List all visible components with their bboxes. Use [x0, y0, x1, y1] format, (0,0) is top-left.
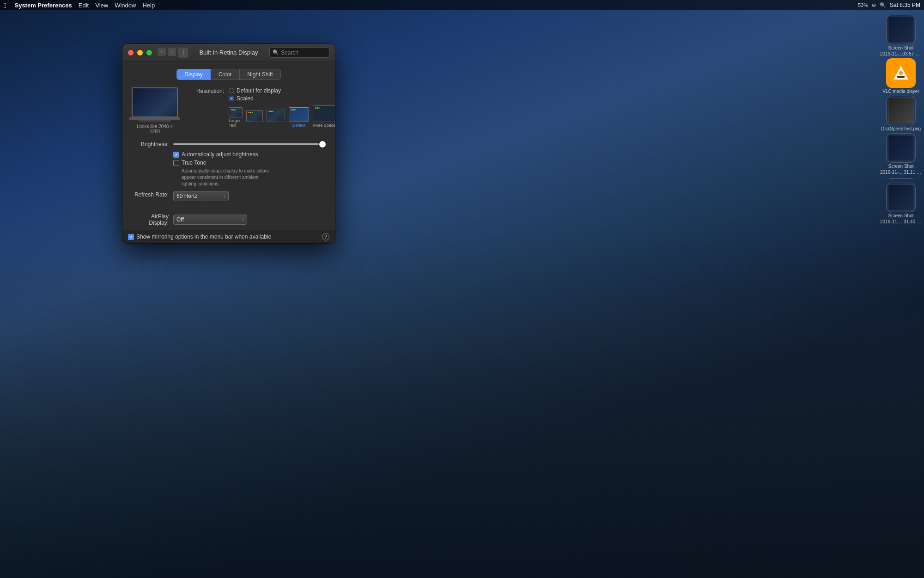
dock-item-screenshot1[interactable]: Screen Shot 2019-11-...03.57 PM	[880, 15, 922, 56]
grid-button[interactable]: ⁝	[178, 48, 188, 58]
menubar-app-name[interactable]: System Preferences	[14, 2, 72, 9]
menubar-wifi-icon: ⊛	[872, 2, 876, 8]
dock-label-disk: DiskSpeedTest.png	[881, 126, 921, 131]
brightness-thumb[interactable]	[319, 141, 326, 148]
resolution-row: Resolution: Default for display Scaled	[187, 87, 335, 128]
res-thumb-label-2	[254, 123, 255, 128]
refresh-rate-select[interactable]: 60 Hertz ↕	[173, 191, 229, 201]
res-thumb-more[interactable]: More Space	[313, 105, 335, 128]
back-button[interactable]: ‹	[158, 48, 166, 56]
brightness-fill	[173, 143, 318, 145]
menubar:  System Preferences Edit View Window He…	[0, 0, 924, 10]
screenshot1-preview	[888, 17, 914, 43]
radio-scaled-label: Scaled	[237, 95, 254, 102]
laptop-screen	[132, 87, 178, 117]
dock-item-screenshot3[interactable]: Screen Shot 2019-11-....31.40 PM	[880, 183, 922, 224]
dock-item-vlc[interactable]: VLC media player	[880, 58, 922, 94]
res-thumb-img-2	[246, 110, 263, 122]
close-button[interactable]	[128, 50, 134, 55]
tab-color[interactable]: Color	[211, 69, 240, 80]
resolution-section: Resolution: Default for display Scaled	[187, 87, 335, 132]
radio-default-input[interactable]	[229, 88, 234, 93]
dock-label-screenshot1: Screen Shot	[888, 45, 913, 50]
menubar-right: 53% ⊛ 🔍 Sat 8:35 PM	[858, 2, 920, 8]
apple-menu-icon[interactable]: 	[4, 1, 6, 9]
brightness-row: Brightness:	[132, 141, 326, 148]
res-thumb-2[interactable]	[246, 110, 263, 128]
resolution-label: Resolution:	[187, 87, 229, 94]
res-thumb-larger[interactable]: Larger Text	[229, 107, 243, 128]
menubar-battery: 53%	[858, 2, 868, 8]
menubar-search-icon[interactable]: 🔍	[880, 2, 886, 8]
airplay-select[interactable]: Off ↕	[173, 215, 247, 225]
brightness-slider[interactable]	[173, 141, 326, 148]
res-thumb-default[interactable]: Default	[289, 107, 309, 128]
dock-sublabel-screenshot2: 2019-11-....31.11 PM	[880, 170, 922, 175]
res-thumb-label-3	[275, 123, 277, 128]
window-controls	[128, 50, 152, 55]
search-placeholder: Search	[281, 49, 298, 56]
res-thumb-img-more	[313, 105, 335, 122]
dock-label-screenshot2: Screen Shot	[888, 164, 913, 169]
menubar-window[interactable]: Window	[115, 2, 136, 9]
dock-icon-screenshot1	[886, 15, 916, 44]
select-arrow-icon: ↕	[223, 194, 225, 199]
screenshot2-preview	[888, 135, 914, 161]
radio-scaled-input[interactable]	[229, 96, 234, 101]
resolution-options: Default for display Scaled	[229, 87, 335, 128]
brightness-label: Brightness:	[132, 141, 173, 148]
mirroring-label: Show mirroring options in the menu bar w…	[136, 234, 271, 240]
res-thumb-img-3	[267, 109, 285, 122]
menubar-edit[interactable]: Edit	[79, 2, 89, 9]
dock-divider	[889, 178, 912, 179]
window-content: Display Color Night Shift Looks like 204…	[122, 61, 335, 243]
display-tabs: Display Color Night Shift	[132, 69, 326, 80]
display-size-label: Looks like 2048 × 1280	[132, 124, 178, 134]
auto-brightness-label: Automatically adjust brightness	[182, 151, 258, 158]
dock-item-disk[interactable]: DiskSpeedTest.png	[880, 96, 922, 131]
dock-sublabel-screenshot3: 2019-11-....31.40 PM	[880, 219, 922, 224]
forward-button[interactable]: ›	[168, 48, 176, 56]
mirroring-left: Show mirroring options in the menu bar w…	[128, 234, 271, 240]
dock-item-screenshot2[interactable]: Screen Shot 2019-11-....31.11 PM	[880, 133, 922, 175]
desktop-overlay	[0, 231, 924, 578]
resolution-thumbnails: Larger Text	[229, 105, 335, 128]
radio-default-label: Default for display	[237, 87, 281, 94]
section-divider	[132, 207, 326, 207]
dock-icon-screenshot2	[886, 133, 916, 163]
dock-icon-screenshot3	[886, 183, 916, 212]
screenshot3-preview	[888, 184, 914, 210]
refresh-rate-row: Refresh Rate: 60 Hertz ↕	[132, 191, 326, 201]
menubar-help[interactable]: Help	[142, 2, 155, 9]
window-title: Built-in Retina Display	[199, 49, 258, 56]
minimize-button[interactable]	[137, 50, 143, 55]
auto-brightness-checkbox[interactable]	[173, 152, 179, 158]
refresh-rate-label: Refresh Rate:	[132, 191, 173, 198]
res-thumb-3[interactable]	[267, 109, 285, 128]
vlc-cone-icon	[886, 58, 916, 88]
airplay-label: AirPlay Display:	[132, 213, 173, 226]
airplay-content: Off ↕	[173, 215, 326, 225]
auto-brightness-row: Automatically adjust brightness	[173, 151, 326, 158]
res-thumb-img-larger	[229, 107, 243, 117]
svg-rect-1	[897, 76, 905, 78]
search-icon: 🔍	[273, 49, 279, 55]
airplay-value: Off	[176, 216, 184, 223]
search-box[interactable]: 🔍 Search	[269, 48, 329, 58]
tab-night-shift[interactable]: Night Shift	[239, 69, 280, 80]
maximize-button[interactable]	[146, 50, 152, 55]
laptop-preview: Looks like 2048 × 1280	[132, 87, 178, 134]
dock-icon-vlc	[886, 58, 916, 88]
mirroring-checkbox[interactable]	[128, 234, 134, 240]
menubar-view[interactable]: View	[95, 2, 108, 9]
preferences-window: ‹ › ⁝ Built-in Retina Display 🔍 Search D…	[122, 44, 335, 243]
laptop-base	[129, 117, 180, 120]
radio-default[interactable]: Default for display	[229, 87, 335, 94]
true-tone-label: True Tone	[182, 160, 206, 166]
refresh-rate-content: 60 Hertz ↕	[173, 191, 326, 201]
dock-sublabel-screenshot1: 2019-11-...03.57 PM	[880, 51, 922, 56]
help-button[interactable]: ?	[322, 233, 329, 240]
radio-scaled[interactable]: Scaled	[229, 95, 335, 102]
tab-display[interactable]: Display	[176, 69, 210, 80]
true-tone-checkbox[interactable]	[173, 160, 179, 166]
